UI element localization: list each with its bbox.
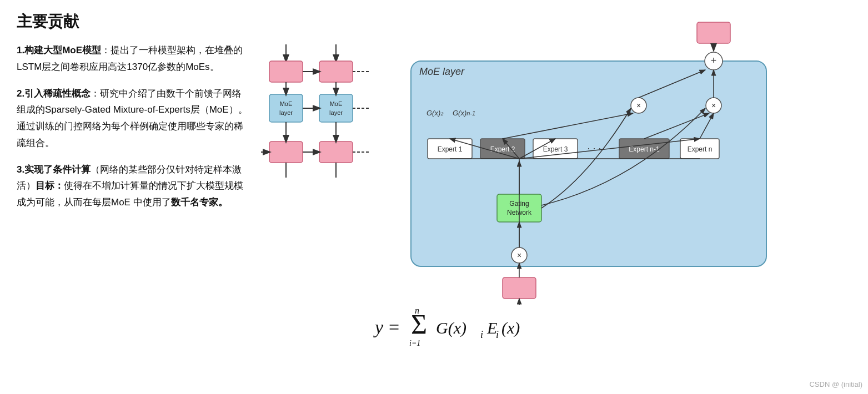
svg-text:y: y bbox=[373, 317, 384, 337]
section3-target: 目标： bbox=[36, 180, 64, 191]
svg-text:G(x): G(x) bbox=[436, 319, 466, 337]
svg-text:i: i bbox=[480, 329, 483, 340]
svg-text:n: n bbox=[415, 306, 419, 315]
page-container: 主要贡献 1.构建大型MoE模型：提出了一种模型架构，在堆叠的LSTM层之间卷积… bbox=[0, 0, 868, 394]
section-3: 3.实现了条件计算（网络的某些部分仅针对特定样本激活）目标：使得在不增加计算量的… bbox=[17, 161, 250, 211]
svg-text:×: × bbox=[517, 251, 521, 260]
svg-text:=: = bbox=[389, 317, 399, 337]
svg-rect-17 bbox=[319, 142, 353, 163]
svg-text:G(x)₂: G(x)₂ bbox=[427, 109, 444, 117]
section2-colon: ： bbox=[91, 88, 100, 99]
formula-svg: y = Σ n i=1 G(x) i E i (x) bbox=[369, 300, 547, 350]
section3-bold-end: 数千名专家。 bbox=[171, 197, 228, 208]
section2-bold: 引入稀疏性概念 bbox=[24, 88, 91, 99]
svg-text:×: × bbox=[711, 101, 716, 110]
section-1: 1.构建大型MoE模型：提出了一种模型架构，在堆叠的LSTM层之间卷积应用高达1… bbox=[17, 42, 250, 75]
svg-text:MoE layer: MoE layer bbox=[419, 66, 465, 77]
svg-text:Expert 3: Expert 3 bbox=[543, 145, 568, 153]
svg-text:G(x)n-1: G(x)n-1 bbox=[453, 109, 475, 117]
svg-text:layer: layer bbox=[329, 109, 343, 116]
svg-text:MoE: MoE bbox=[280, 100, 293, 107]
svg-rect-62 bbox=[503, 277, 536, 299]
svg-text:layer: layer bbox=[279, 109, 293, 116]
watermark: CSDN @ (initial) bbox=[809, 380, 862, 388]
section1-colon: ： bbox=[101, 45, 111, 55]
svg-rect-6 bbox=[269, 94, 303, 122]
right-panel: MoE layer MoE layer bbox=[261, 11, 851, 383]
svg-text:Expert 1: Expert 1 bbox=[438, 145, 463, 153]
svg-text:×: × bbox=[636, 101, 641, 110]
page-title: 主要贡献 bbox=[17, 11, 250, 32]
svg-text:(x): (x) bbox=[501, 319, 520, 337]
svg-text:i: i bbox=[496, 329, 499, 340]
svg-rect-27 bbox=[411, 61, 766, 266]
section1-number: 1. bbox=[17, 45, 24, 55]
svg-rect-3 bbox=[319, 61, 353, 82]
svg-text:i=1: i=1 bbox=[409, 339, 420, 347]
svg-rect-16 bbox=[269, 142, 303, 163]
left-panel: 主要贡献 1.构建大型MoE模型：提出了一种模型架构，在堆叠的LSTM层之间卷积… bbox=[17, 11, 261, 383]
svg-text:Expert n: Expert n bbox=[688, 145, 713, 153]
section3-number: 3. bbox=[17, 164, 24, 175]
svg-text:· · ·: · · · bbox=[587, 143, 601, 154]
section2-number: 2. bbox=[17, 88, 24, 99]
section-2: 2.引入稀疏性概念：研究中介绍了由数千个前馈子网络组成的Sparsely-Gat… bbox=[17, 85, 250, 151]
svg-text:MoE: MoE bbox=[330, 100, 343, 107]
formula-container: y = Σ n i=1 G(x) i E i (x) bbox=[369, 300, 547, 352]
middle-svg: MoE layer MoE layer bbox=[261, 44, 372, 233]
svg-rect-9 bbox=[319, 94, 353, 122]
middle-diagram: MoE layer MoE layer bbox=[261, 44, 372, 235]
svg-rect-29 bbox=[697, 22, 730, 43]
svg-text:+: + bbox=[711, 55, 717, 66]
section1-bold: 构建大型MoE模型 bbox=[24, 45, 101, 55]
section3-bold: 实现了条件计算 bbox=[24, 164, 91, 175]
svg-rect-2 bbox=[269, 61, 303, 82]
